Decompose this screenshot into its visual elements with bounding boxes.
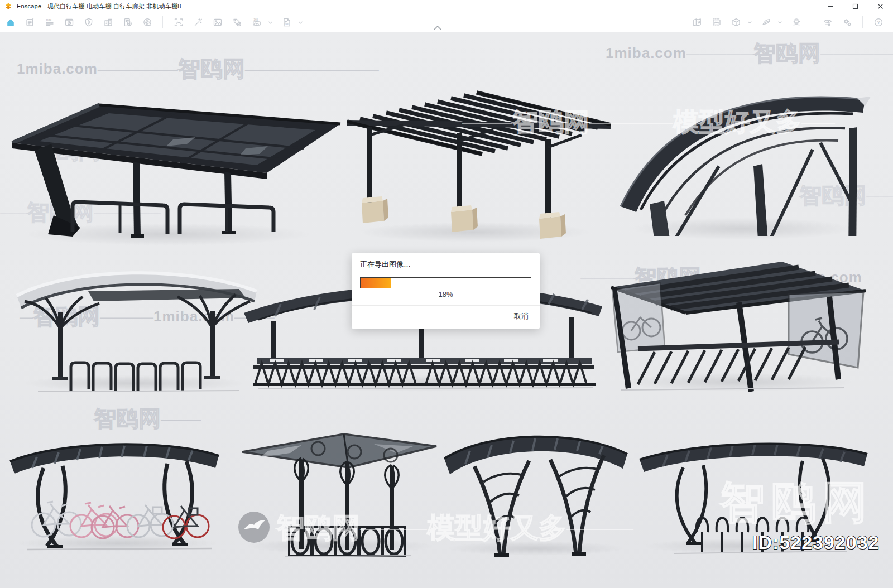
notes-icon[interactable] — [23, 16, 37, 30]
watermark-line: 1miba.com——————智鸥网—————————— — [17, 54, 379, 84]
enscape-window: Enscape - 现代自行车棚 电动车棚 自行车廊架 非机动车棚8 BIM — [0, 0, 893, 588]
buildings-icon[interactable] — [101, 16, 115, 30]
window-title: Enscape - 现代自行车棚 电动车棚 自行车廊架 非机动车棚8 — [17, 2, 181, 11]
pano-360-dropdown-chevron-icon[interactable] — [267, 16, 274, 30]
render-canvas: 1miba.com——————智鸥网—————————— 1miba.com——… — [0, 32, 893, 588]
cube-3d-icon[interactable] — [729, 16, 743, 30]
image-icon[interactable] — [210, 16, 224, 30]
vr-headset-icon[interactable] — [789, 16, 803, 30]
window-controls — [818, 0, 893, 12]
eye-settings-icon[interactable] — [820, 16, 834, 30]
shelter-loop-rack-canopy — [635, 434, 872, 558]
title-bar: Enscape - 现代自行车棚 电动车棚 自行车廊架 非机动车棚8 — [0, 0, 893, 12]
cancel-button[interactable]: 取消 — [512, 310, 531, 322]
help-icon[interactable]: ? — [871, 16, 885, 30]
bim-info-icon[interactable]: BIM — [42, 16, 56, 30]
svg-text:EXE: EXE — [284, 23, 289, 26]
image-frame-icon[interactable] — [709, 16, 723, 30]
maximize-button[interactable] — [843, 0, 868, 12]
minimize-button[interactable] — [818, 0, 843, 12]
toolbar-right-group: ? — [690, 16, 885, 30]
film-reel-icon[interactable] — [140, 16, 154, 30]
watermark-line: 1miba.com—————智鸥网—————— — [606, 38, 893, 69]
toolbar-separator — [862, 16, 863, 28]
svg-text:?: ? — [877, 20, 880, 25]
document-power-icon[interactable] — [121, 16, 135, 30]
progress-percent-label: 18% — [352, 290, 540, 298]
pano-360-icon[interactable]: 360 — [249, 16, 263, 30]
cube-3d-dropdown-chevron-icon[interactable] — [746, 16, 753, 30]
map-pin-icon[interactable] — [690, 16, 704, 30]
export-progress-dialog: 正在导出图像… 18% 取消 — [352, 253, 540, 329]
tag-check-icon[interactable] — [230, 16, 244, 30]
progress-bar — [360, 277, 531, 288]
exe-export-dropdown-chevron-icon[interactable] — [297, 16, 304, 30]
main-toolbar: BIM — [0, 12, 893, 32]
gear-settings-icon[interactable] — [840, 16, 854, 30]
close-button[interactable] — [868, 0, 893, 12]
collapse-toolbar-chevron-icon[interactable] — [433, 23, 442, 33]
screenshot-icon[interactable] — [171, 16, 185, 30]
shield-icon[interactable] — [81, 16, 95, 30]
shelter-leaf-post-canopy — [234, 431, 443, 558]
enscape-logo-icon — [4, 2, 12, 10]
dialog-title: 正在导出图像… — [360, 259, 411, 269]
shelter-arched-canopy — [613, 77, 872, 236]
shelter-white-canopy-u-racks — [4, 257, 262, 395]
svg-text:360: 360 — [253, 18, 258, 21]
magic-wand-icon[interactable] — [191, 16, 205, 30]
svg-text:BIM: BIM — [46, 18, 51, 22]
shelter-pergola-slat-roof — [344, 88, 616, 240]
dialog-separator — [352, 305, 540, 306]
wing-dropdown-chevron-icon[interactable] — [776, 16, 784, 30]
shelter-fan-arch-canopy — [439, 425, 633, 559]
progress-fill — [361, 278, 391, 288]
viewport-icon[interactable] — [62, 16, 76, 30]
watermark-line: 智鸥网——— — [94, 403, 201, 434]
shelter-flat-roof-carport — [6, 88, 347, 239]
wing-icon[interactable] — [759, 16, 773, 30]
shelter-glass-side-shelter — [604, 258, 871, 393]
home-button[interactable] — [3, 16, 17, 30]
shelter-bike-parking-curved — [7, 437, 225, 553]
toolbar-left-group: BIM — [3, 16, 304, 30]
toolbar-separator — [162, 16, 163, 28]
toolbar-separator — [812, 16, 812, 28]
exe-export-icon[interactable]: EXE — [280, 16, 294, 30]
